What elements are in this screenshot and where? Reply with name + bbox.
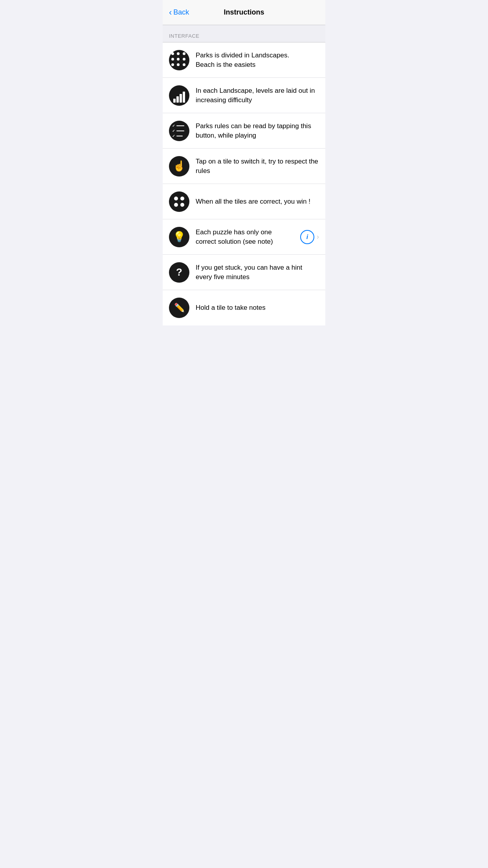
- item-text-rules: Parks rules can be read by tapping this …: [196, 121, 319, 140]
- list-item: ? If you get stuck, you can have a hint …: [163, 255, 325, 290]
- bars-icon: [169, 85, 189, 106]
- item-text-hint: If you get stuck, you can have a hint ev…: [196, 263, 319, 282]
- pencil-icon: ✏️: [169, 298, 189, 318]
- item-text-difficulty: In each Landscape, levels are laid out i…: [196, 86, 319, 105]
- list-item: When all the tiles are correct, you win …: [163, 184, 325, 219]
- dots-icon: [169, 191, 189, 212]
- back-label: Back: [173, 8, 189, 17]
- page-title: Instructions: [224, 8, 264, 17]
- item-accessory-solution[interactable]: i ›: [300, 230, 319, 244]
- list-item-solution[interactable]: 💡 Each puzzle has only one correct solut…: [163, 219, 325, 255]
- item-text-win: When all the tiles are correct, you win …: [196, 197, 319, 206]
- nav-bar: ‹ Back Instructions: [163, 0, 325, 25]
- list-item: Parks is divided in Landscapes.Beach is …: [163, 42, 325, 78]
- grid-icon: [169, 50, 189, 70]
- item-text-tap-tile: Tap on a tile to switch it, try to respe…: [196, 157, 319, 176]
- info-icon[interactable]: i: [300, 230, 314, 244]
- section-header-label: INTERFACE: [169, 33, 199, 39]
- question-icon: ?: [169, 262, 189, 283]
- list-item: ☝ Tap on a tile to switch it, try to res…: [163, 149, 325, 184]
- back-button[interactable]: ‹ Back: [169, 8, 189, 17]
- instructions-list: Parks is divided in Landscapes.Beach is …: [163, 42, 325, 326]
- checklist-icon: ✓ ✓ ✓: [169, 121, 189, 141]
- list-item: ✏️ Hold a tile to take notes: [163, 290, 325, 326]
- list-item: ✓ ✓ ✓ Parks rules can be read by tapping…: [163, 113, 325, 149]
- lightbulb-icon: 💡: [169, 227, 189, 247]
- list-item: In each Landscape, levels are laid out i…: [163, 78, 325, 113]
- item-text-landscapes: Parks is divided in Landscapes.Beach is …: [196, 51, 319, 70]
- back-chevron-icon: ‹: [169, 8, 172, 17]
- chevron-right-icon: ›: [317, 233, 319, 241]
- pointer-icon: ☝: [169, 156, 189, 177]
- section-header-interface: INTERFACE: [163, 25, 325, 42]
- item-text-solution: Each puzzle has only one correct solutio…: [196, 228, 294, 246]
- item-text-notes: Hold a tile to take notes: [196, 303, 319, 313]
